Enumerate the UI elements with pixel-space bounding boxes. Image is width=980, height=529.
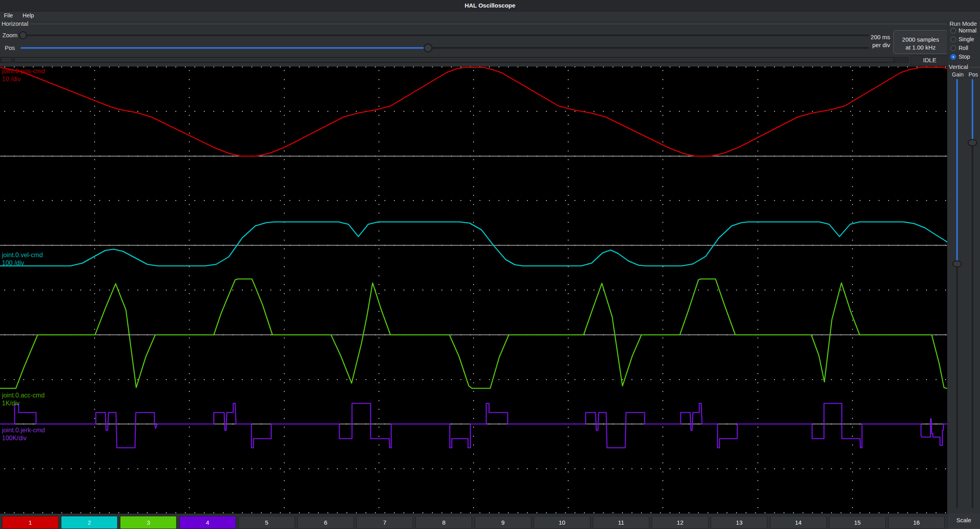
pos-label: Pos xyxy=(5,44,15,51)
channel-button-16[interactable]: 16 xyxy=(888,516,945,529)
right-panel xyxy=(947,20,980,514)
time-per-div-readout: 200 ms per div xyxy=(847,33,890,49)
vertical-pos-slider-handle[interactable] xyxy=(968,139,977,146)
channel-button-13[interactable]: 13 xyxy=(711,516,767,529)
channel-button-5[interactable]: 5 xyxy=(238,516,295,529)
trace-joint.0.pos-cmd xyxy=(0,67,947,156)
radio-label: Normal xyxy=(959,27,976,34)
vertical-frame-label: Vertical xyxy=(949,63,968,70)
gain-label: Gain xyxy=(952,71,964,78)
time-per-div-units: per div xyxy=(847,41,890,49)
channel-label-joint.0.jerk-cmd: joint.0.jerk-cmd 100K/div xyxy=(2,426,45,442)
channel-label-joint.0.acc-cmd: joint.0.acc-cmd 1K/div xyxy=(2,391,45,407)
channel-button-15[interactable]: 15 xyxy=(829,516,886,529)
channel-button-8[interactable]: 8 xyxy=(415,516,472,529)
pos-slider-fill xyxy=(21,47,428,49)
samples-count: 2000 samples xyxy=(896,36,945,44)
scope-screen[interactable]: joint.0.pos-cmd 10 /divjoint.0.vel-cmd 1… xyxy=(0,67,947,514)
window-title: HAL Oscilloscope xyxy=(0,0,980,11)
vertical-pos-label: Pos xyxy=(969,71,978,78)
menu-file[interactable]: File xyxy=(0,11,17,19)
menu-help[interactable]: Help xyxy=(19,11,38,19)
record-scrollbar-thumb[interactable] xyxy=(14,58,894,62)
gain-slider-fill xyxy=(956,79,958,264)
samples-rate: at 1.00 kHz xyxy=(896,44,945,52)
zoom-slider-track[interactable] xyxy=(19,34,869,36)
pos-slider-handle[interactable] xyxy=(424,44,432,52)
run-mode-option-normal[interactable]: Normal xyxy=(950,26,976,35)
channel-label-joint.0.pos-cmd: joint.0.pos-cmd 10 /div xyxy=(2,67,45,83)
horizontal-frame-line xyxy=(30,24,947,24)
scope-plot xyxy=(0,67,947,514)
channel-button-2[interactable]: 2 xyxy=(61,516,118,529)
radio-icon[interactable] xyxy=(950,36,956,42)
channel-button-14[interactable]: 14 xyxy=(770,516,827,529)
vertical-pos-slider-fill xyxy=(972,79,973,143)
record-scrollbar-stub[interactable] xyxy=(1,58,12,62)
run-mode-options: NormalSingleRollStop xyxy=(950,26,976,61)
radio-icon[interactable] xyxy=(950,54,956,60)
run-mode-option-stop[interactable]: Stop xyxy=(950,52,976,61)
channel-button-10[interactable]: 10 xyxy=(534,516,590,529)
scale-label: Scale xyxy=(947,514,980,529)
vertical-frame-line xyxy=(970,67,980,67)
radio-label: Roll xyxy=(959,45,968,51)
radio-icon[interactable] xyxy=(950,28,956,34)
run-mode-option-roll[interactable]: Roll xyxy=(950,44,976,52)
channel-button-4[interactable]: 4 xyxy=(179,516,236,529)
channel-button-9[interactable]: 9 xyxy=(475,516,531,529)
channel-button-7[interactable]: 7 xyxy=(356,516,413,529)
trace-joint.0.jerk-cmd xyxy=(0,403,947,448)
channel-select-bar: 12345678910111213141516 xyxy=(0,514,947,529)
channel-button-1[interactable]: 1 xyxy=(2,516,59,529)
trace-joint.0.vel-cmd xyxy=(0,222,947,266)
radio-label: Stop xyxy=(959,53,970,60)
channel-button-12[interactable]: 12 xyxy=(652,516,708,529)
hal-oscilloscope-window: HAL Oscilloscope File Help Horizontal Zo… xyxy=(0,0,980,529)
channel-button-6[interactable]: 6 xyxy=(297,516,354,529)
gain-slider-handle[interactable] xyxy=(952,260,962,267)
time-per-div-value: 200 ms xyxy=(847,33,890,41)
run-mode-option-single[interactable]: Single xyxy=(950,35,976,44)
trace-joint.0.acc-cmd xyxy=(0,279,947,388)
horizontal-frame-label: Horizontal xyxy=(2,20,29,27)
channel-button-11[interactable]: 11 xyxy=(593,516,649,529)
channel-label-joint.0.vel-cmd: joint.0.vel-cmd 100 /div xyxy=(2,251,43,267)
samples-rate-button[interactable]: 2000 samples at 1.00 kHz xyxy=(893,30,948,54)
channel-button-3[interactable]: 3 xyxy=(120,516,177,529)
zoom-label: Zoom xyxy=(2,32,17,38)
radio-icon[interactable] xyxy=(950,45,956,51)
radio-label: Single xyxy=(959,36,974,42)
menubar: File Help xyxy=(0,11,980,20)
zoom-slider-handle[interactable] xyxy=(19,31,27,39)
acquisition-status: IDLE xyxy=(911,55,949,66)
